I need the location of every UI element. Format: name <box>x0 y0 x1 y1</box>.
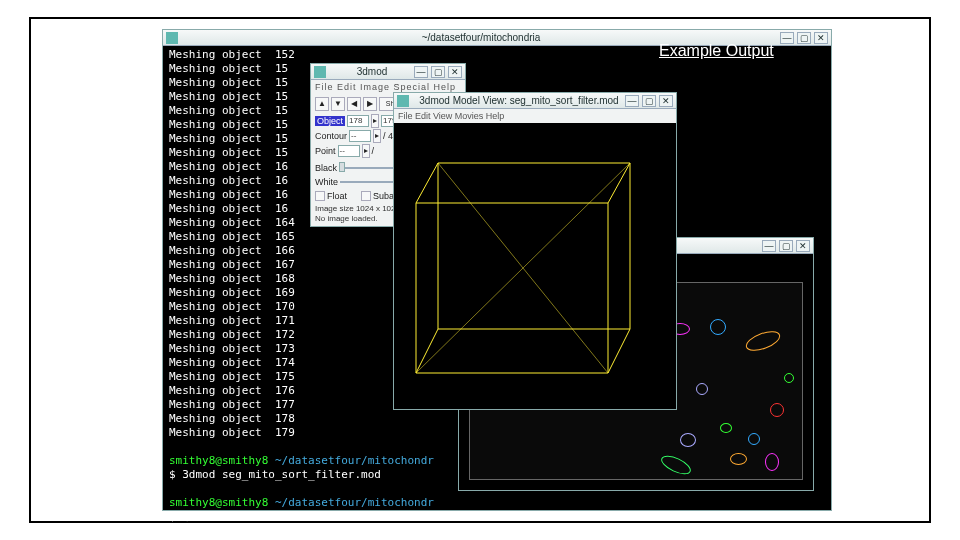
white-label: White <box>315 177 338 187</box>
object-value[interactable]: 178 <box>347 115 369 127</box>
contour <box>659 452 694 478</box>
contour <box>743 327 782 354</box>
spinner-up-icon[interactable]: ▸ <box>373 129 381 143</box>
modelview-titlebar[interactable]: 3dmod Model View: seg_mito_sort_filter.m… <box>394 93 676 109</box>
contour <box>710 319 726 335</box>
subarea-checkbox[interactable] <box>361 191 371 201</box>
spinner-up-icon[interactable]: ▸ <box>371 114 379 128</box>
point-row: Point -- ▸ / <box>315 144 374 158</box>
page-frame: ~/datasetfour/mitochondria — ▢ ✕ Meshing… <box>29 17 931 523</box>
modelview-title: 3dmod Model View: seg_mito_sort_filter.m… <box>413 95 625 106</box>
close-button[interactable]: ✕ <box>796 240 810 252</box>
tool-button[interactable]: ▲ <box>315 97 329 111</box>
contour <box>720 423 732 433</box>
ctrl-title: 3dmod <box>330 66 414 77</box>
maximize-button[interactable]: ▢ <box>431 66 445 78</box>
black-label: Black <box>315 163 337 173</box>
minimize-button[interactable]: — <box>414 66 428 78</box>
ctrl-toolbar: ▲ ▼ ◀ ▶ Sh <box>315 97 401 111</box>
float-label: Float <box>327 191 347 201</box>
contour <box>784 373 794 383</box>
close-button[interactable]: ✕ <box>448 66 462 78</box>
float-checkbox[interactable] <box>315 191 325 201</box>
tool-button[interactable]: ◀ <box>347 97 361 111</box>
modelview-canvas[interactable] <box>394 123 676 409</box>
contour <box>770 403 784 417</box>
app-icon <box>314 66 326 78</box>
modelview-menu[interactable]: File Edit View Movies Help <box>394 109 676 123</box>
tool-button[interactable]: ▼ <box>331 97 345 111</box>
maximize-button[interactable]: ▢ <box>642 95 656 107</box>
close-button[interactable]: ✕ <box>659 95 673 107</box>
contour <box>765 453 779 471</box>
contour <box>680 433 696 447</box>
example-output-label: Example Output <box>659 42 774 60</box>
terminal-icon <box>166 32 178 44</box>
maximize-button[interactable]: ▢ <box>797 32 811 44</box>
svg-line-0 <box>416 163 438 203</box>
maximize-button[interactable]: ▢ <box>779 240 793 252</box>
minimize-button[interactable]: — <box>762 240 776 252</box>
minimize-button[interactable]: — <box>625 95 639 107</box>
contour-max: / 4 <box>383 131 393 141</box>
point-value[interactable]: -- <box>338 145 360 157</box>
contour <box>730 453 747 465</box>
no-image-text: No image loaded. <box>315 214 378 223</box>
point-label: Point <box>315 146 336 156</box>
object-label: Object <box>315 116 345 126</box>
ctrl-titlebar[interactable]: 3dmod — ▢ ✕ <box>311 64 465 80</box>
spinner-up-icon[interactable]: ▸ <box>362 144 370 158</box>
contour-value[interactable]: -- <box>349 130 371 142</box>
minimize-button[interactable]: — <box>780 32 794 44</box>
modelview-window: 3dmod Model View: seg_mito_sort_filter.m… <box>393 92 677 410</box>
point-max: / <box>372 146 375 156</box>
contour-row: Contour -- ▸ / 4 <box>315 129 393 143</box>
contour <box>696 383 708 395</box>
contour-label: Contour <box>315 131 347 141</box>
object-row: Object 178 ▸ 179 <box>315 114 403 128</box>
tool-button[interactable]: ▶ <box>363 97 377 111</box>
contour <box>748 433 760 445</box>
app-icon <box>397 95 409 107</box>
close-button[interactable]: ✕ <box>814 32 828 44</box>
svg-line-3 <box>416 329 438 373</box>
